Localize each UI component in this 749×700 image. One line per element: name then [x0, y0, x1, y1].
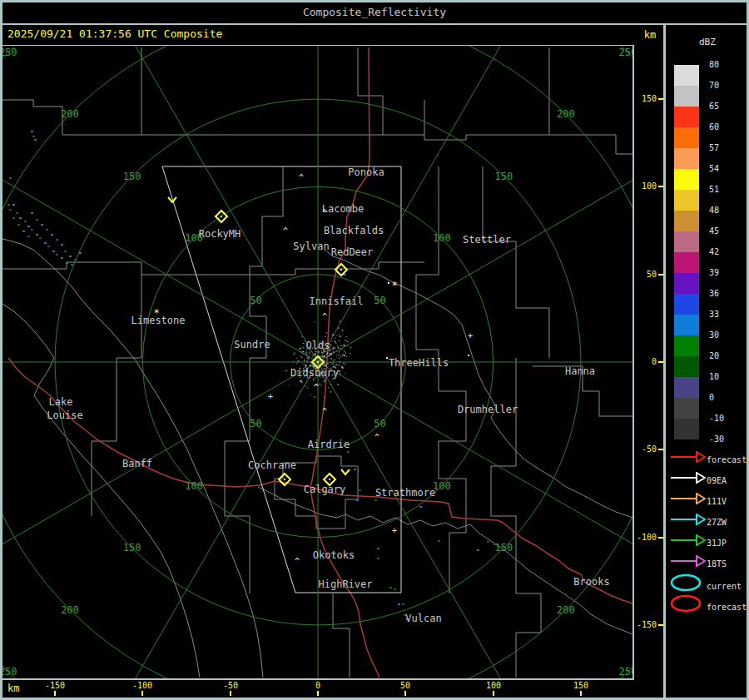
- echo-speck: [64, 251, 67, 252]
- echo-speck: [22, 231, 25, 232]
- echo-speck: [32, 136, 35, 137]
- echo-speck: [394, 588, 396, 590]
- colorbar-block: [674, 231, 699, 252]
- ground-clutter-pixel: [306, 354, 307, 355]
- right-axis-tick-mark: [658, 624, 663, 626]
- dot-marker: [386, 357, 388, 359]
- colorbar-tick-label: 39: [709, 268, 742, 278]
- colorbar-block: [674, 335, 699, 356]
- ground-clutter-pixel: [337, 385, 339, 385]
- city-label-highriver: HighRiver: [318, 578, 372, 590]
- echo-speck: [61, 257, 63, 259]
- city-label-sundre: Sundre: [234, 339, 270, 350]
- echo-speck: [46, 229, 48, 231]
- colorbar-tick-label: 65: [709, 102, 742, 112]
- ground-clutter-pixel: [346, 341, 348, 342]
- echo-speck: [79, 252, 82, 254]
- right-axis-tick-mark: [658, 361, 663, 363]
- echo-speck: [66, 262, 68, 264]
- echo-speck: [356, 499, 359, 501]
- bottom-axis-tick-label: -100: [126, 681, 159, 690]
- legend-label: forecast: [707, 603, 747, 612]
- echo-speck: [69, 256, 72, 257]
- city-label-drumheller: Drumheller: [458, 404, 518, 415]
- echo-speck: [16, 212, 18, 214]
- echo-speck: [27, 226, 30, 227]
- ground-clutter-pixel: [320, 384, 320, 385]
- ground-clutter-pixel: [345, 373, 345, 374]
- colorbar-tick-label: 48: [709, 206, 742, 216]
- ground-clutter-pixel: [300, 391, 301, 392]
- ground-clutter-pixel: [304, 364, 305, 365]
- ground-clutter-pixel: [335, 337, 335, 339]
- colorbar-title: dBZ: [699, 37, 716, 47]
- legend-glyph: [669, 594, 706, 616]
- colorbar-tick-label: 20: [709, 351, 742, 361]
- legend-label: 31JP: [707, 539, 727, 548]
- legend-label: 111V: [707, 497, 727, 506]
- ground-clutter-pixel: [324, 357, 325, 358]
- echo-speck: [359, 489, 361, 491]
- ground-clutter-pixel: [327, 352, 329, 354]
- ring-distance-label: 100: [433, 480, 451, 492]
- right-axis-tick-label: 100: [623, 181, 657, 191]
- city-label-brooks: Brooks: [573, 576, 609, 588]
- echo-speck: [27, 236, 30, 237]
- ground-clutter-pixel: [326, 353, 327, 354]
- ground-clutter-pixel: [333, 362, 334, 364]
- ground-clutter-pixel: [326, 354, 327, 355]
- city-label-okotoks: Okotoks: [313, 549, 355, 561]
- ground-clutter-pixel: [309, 358, 310, 360]
- ground-clutter-pixel: [309, 356, 310, 357]
- ground-clutter-pixel: [293, 354, 295, 355]
- ground-clutter-pixel: [330, 353, 332, 355]
- echo-speck: [398, 603, 400, 605]
- bottom-axis: km -150-100-50050100150: [2, 680, 634, 698]
- echo-speck: [34, 139, 37, 141]
- ground-clutter-pixel: [325, 365, 327, 366]
- echo-speck: [12, 217, 15, 219]
- colorbar-tick-label: 70: [709, 81, 742, 91]
- track-arrow-icon: [669, 555, 706, 567]
- legend-glyph: [669, 534, 706, 549]
- legend-label: 09EA: [707, 476, 727, 485]
- ground-clutter-pixel: [301, 346, 302, 347]
- echo-speck: [19, 217, 22, 219]
- ring-distance-label: 200: [557, 604, 575, 616]
- echo-speck: [374, 499, 377, 501]
- colorbar-tick-label: 33: [709, 310, 742, 320]
- ground-clutter-pixel: [327, 351, 328, 352]
- colorbar-block: [674, 273, 699, 294]
- ground-clutter-pixel: [323, 352, 324, 353]
- echo-speck: [12, 204, 15, 206]
- ground-clutter-pixel: [346, 336, 347, 337]
- colorbar-tick-label: -30: [709, 434, 742, 444]
- ring-distance-label: 50: [250, 295, 261, 306]
- ground-clutter-pixel: [336, 364, 337, 365]
- ring-distance-label: 150: [123, 171, 141, 182]
- plus-marker-icon: +: [468, 331, 473, 340]
- ground-clutter-pixel: [340, 349, 341, 350]
- echo-speck: [41, 224, 43, 226]
- legend-label: forecast: [707, 455, 747, 464]
- ground-clutter-pixel: [313, 380, 314, 381]
- ground-clutter-pixel: [306, 351, 307, 353]
- ground-clutter-pixel: [334, 347, 335, 349]
- ground-clutter-pixel: [296, 385, 297, 386]
- plus-marker-icon: +: [268, 392, 273, 401]
- legend-label: 18TS: [707, 559, 727, 568]
- city-label-threehills: ThreeHills: [389, 357, 449, 369]
- ground-clutter-pixel: [301, 382, 303, 383]
- ground-clutter-pixel: [342, 356, 343, 357]
- ground-clutter-pixel: [300, 380, 301, 382]
- ground-clutter-pixel: [302, 351, 303, 353]
- radar-map[interactable]: 5050505010010010010015015015015020020020…: [2, 46, 632, 678]
- caret-marker-icon: ^: [322, 312, 327, 321]
- colorbar-block: [674, 127, 699, 148]
- caret-marker-icon: ^: [283, 226, 288, 236]
- ground-clutter-pixel: [330, 353, 330, 354]
- bottom-axis-tick-mark: [141, 691, 143, 696]
- ground-clutter-pixel: [331, 348, 332, 349]
- bottom-axis-tick-label: 0: [301, 681, 335, 690]
- city-label-airdrie: Airdrie: [308, 439, 350, 450]
